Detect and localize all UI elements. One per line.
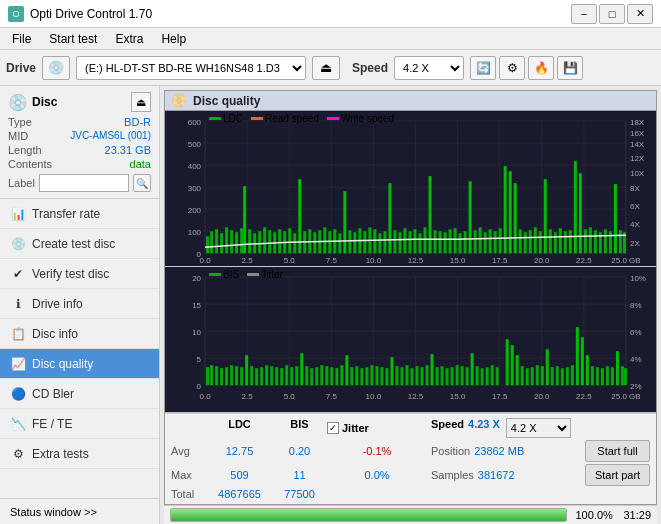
burn-btn[interactable]: 🔥	[528, 56, 554, 80]
progress-text: 100.0%	[575, 509, 615, 521]
svg-text:25.0 GB: 25.0 GB	[611, 256, 640, 265]
svg-rect-219	[456, 366, 459, 386]
status-window-btn[interactable]: Status window >>	[0, 498, 159, 524]
svg-rect-196	[340, 366, 343, 386]
svg-rect-92	[434, 230, 437, 253]
svg-rect-187	[295, 367, 298, 386]
svg-text:200: 200	[188, 206, 202, 215]
sidebar-item-verify-test-disc[interactable]: ✔ Verify test disc	[0, 259, 159, 289]
svg-text:18X: 18X	[630, 118, 645, 127]
svg-rect-181	[265, 366, 268, 386]
nav-label-create-test-disc: Create test disc	[32, 237, 115, 251]
menu-file[interactable]: File	[4, 30, 39, 48]
svg-rect-87	[408, 231, 411, 253]
ldc-header: LDC	[207, 418, 272, 438]
position-value: 23862 MB	[474, 445, 524, 457]
svg-text:12.5: 12.5	[408, 393, 424, 402]
svg-rect-121	[579, 173, 582, 253]
sidebar-item-transfer-rate[interactable]: 📊 Transfer rate	[0, 199, 159, 229]
label-search-btn[interactable]: 🔍	[133, 174, 151, 192]
menu-start-test[interactable]: Start test	[41, 30, 105, 48]
position-label: Position	[431, 445, 470, 457]
svg-text:7.5: 7.5	[326, 393, 338, 402]
ldc-legend-label: LDC	[223, 113, 243, 124]
svg-rect-247	[601, 369, 604, 386]
avg-ldc: 12.75	[207, 445, 272, 457]
svg-rect-101	[479, 227, 482, 253]
total-ldc: 4867665	[207, 488, 272, 500]
nav-label-disc-info: Disc info	[32, 327, 78, 341]
svg-text:25.0 GB: 25.0 GB	[611, 393, 640, 402]
settings-btn[interactable]: ⚙	[499, 56, 525, 80]
sidebar-item-drive-info[interactable]: ℹ Drive info	[0, 289, 159, 319]
maximize-button[interactable]: □	[599, 4, 625, 24]
close-button[interactable]: ✕	[627, 4, 653, 24]
svg-rect-216	[441, 367, 444, 386]
drive-select[interactable]: (E:) HL-DT-ST BD-RE WH16NS48 1.D3	[76, 56, 306, 80]
speed-dropdown[interactable]: 4.2 X	[506, 418, 571, 438]
svg-rect-104	[494, 231, 497, 253]
svg-rect-59	[268, 230, 271, 253]
chart2-container: BIS Jitter	[165, 267, 656, 412]
svg-text:2.5: 2.5	[242, 393, 254, 402]
start-part-button[interactable]: Start part	[585, 464, 650, 486]
title-bar-left: O Opti Drive Control 1.70	[8, 6, 152, 22]
svg-rect-234	[536, 366, 539, 386]
toolbar: Drive 💿 (E:) HL-DT-ST BD-RE WH16NS48 1.D…	[0, 50, 661, 86]
svg-rect-201	[365, 368, 368, 386]
sidebar-item-extra-tests[interactable]: ⚙ Extra tests	[0, 439, 159, 469]
svg-rect-212	[421, 368, 424, 386]
label-input[interactable]	[39, 174, 129, 192]
bis-header: BIS	[272, 418, 327, 438]
start-full-button[interactable]: Start full	[585, 440, 650, 462]
svg-rect-105	[499, 228, 502, 253]
svg-rect-244	[586, 355, 589, 385]
svg-rect-193	[325, 367, 328, 386]
svg-rect-241	[571, 366, 574, 386]
main-layout: 💿 Disc ⏏ Type BD-R MID JVC-AMS6L (001) L…	[0, 86, 661, 524]
eject-btn[interactable]: ⏏	[312, 56, 340, 80]
svg-rect-191	[315, 368, 318, 386]
sidebar-item-fe-te[interactable]: 📉 FE / TE	[0, 409, 159, 439]
max-row: Max 509 11 0.0% Samples 381672 Start par…	[171, 464, 650, 486]
drive-icon-btn[interactable]: 💿	[42, 56, 70, 80]
disc-quality-panel: 📀 Disc quality LDC Read speed	[164, 90, 657, 505]
svg-rect-106	[504, 166, 507, 253]
title-bar: O Opti Drive Control 1.70 − □ ✕	[0, 0, 661, 28]
svg-rect-93	[439, 231, 442, 253]
minimize-button[interactable]: −	[571, 4, 597, 24]
svg-rect-91	[429, 176, 432, 253]
disc-quality-title: Disc quality	[193, 94, 260, 108]
sidebar-item-cd-bler[interactable]: 🔵 CD Bler	[0, 379, 159, 409]
disc-quality-icon: 📈	[10, 357, 26, 371]
jitter-checkbox[interactable]: ✓	[327, 422, 339, 434]
sidebar-item-create-test-disc[interactable]: 💿 Create test disc	[0, 229, 159, 259]
svg-rect-202	[370, 366, 373, 386]
menu-bar: File Start test Extra Help	[0, 28, 661, 50]
svg-rect-237	[551, 368, 554, 386]
stats-area: LDC BIS ✓ Jitter Speed 4.23 X 4.2 X Avg …	[165, 413, 656, 504]
svg-rect-177	[245, 355, 248, 385]
svg-rect-232	[526, 369, 529, 386]
nav-label-drive-info: Drive info	[32, 297, 83, 311]
sidebar-item-disc-info[interactable]: 📋 Disc info	[0, 319, 159, 349]
save-btn[interactable]: 💾	[557, 56, 583, 80]
svg-rect-245	[591, 367, 594, 386]
svg-rect-198	[350, 368, 353, 386]
svg-rect-113	[539, 231, 542, 253]
read-speed-legend-label: Read speed	[265, 113, 319, 124]
speed-select[interactable]: 4.2 X	[394, 56, 464, 80]
refresh-btn[interactable]: 🔄	[470, 56, 496, 80]
svg-rect-249	[611, 368, 614, 386]
disc-eject-btn[interactable]: ⏏	[131, 92, 151, 112]
drive-label: Drive	[6, 61, 36, 75]
menu-extra[interactable]: Extra	[107, 30, 151, 48]
svg-rect-200	[360, 369, 363, 386]
sidebar-item-disc-quality[interactable]: 📈 Disc quality	[0, 349, 159, 379]
svg-rect-227	[496, 368, 499, 386]
disc-mid-row: MID JVC-AMS6L (001)	[8, 130, 151, 142]
menu-help[interactable]: Help	[153, 30, 194, 48]
write-speed-legend-color	[327, 117, 339, 120]
length-value: 23.31 GB	[105, 144, 151, 156]
svg-rect-110	[524, 232, 527, 253]
